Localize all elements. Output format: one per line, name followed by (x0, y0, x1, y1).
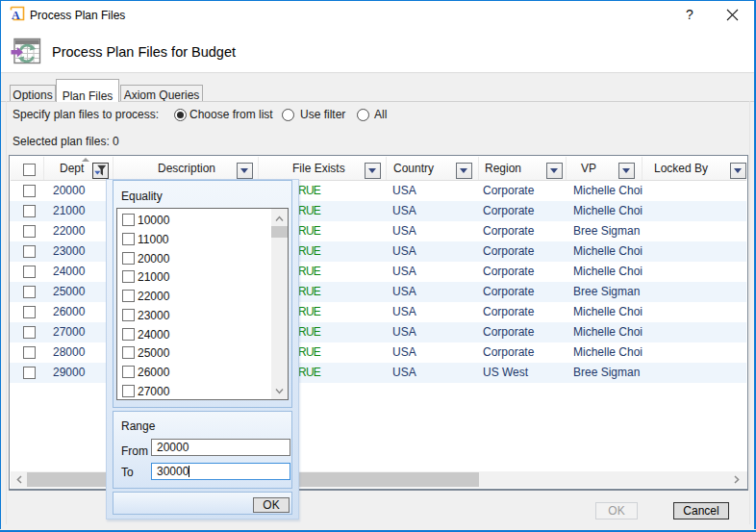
svg-text:A: A (12, 9, 20, 22)
